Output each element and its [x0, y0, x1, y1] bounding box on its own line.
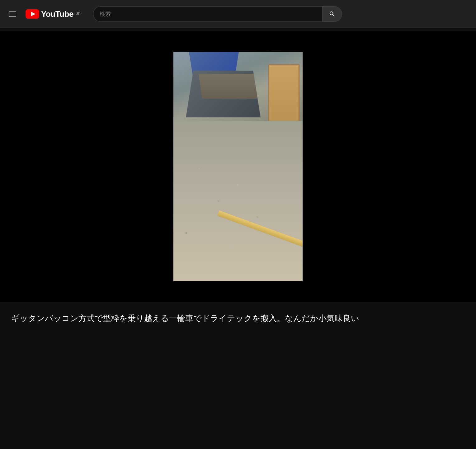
search-input[interactable]	[93, 6, 322, 22]
video-side-left	[0, 31, 174, 302]
video-image	[173, 52, 303, 281]
video-wrapper	[0, 31, 476, 302]
youtube-play-icon	[26, 9, 39, 19]
description-area: ギッタンバッコン方式で型枠を乗り越える一輪車でドライテックを搬入。なんだか小気味…	[0, 302, 476, 338]
search-icon	[329, 11, 336, 17]
wheelbarrow-contents	[195, 74, 264, 99]
video-player[interactable]	[0, 31, 476, 302]
youtube-wordmark: YouTube	[41, 9, 73, 19]
main-content: ギッタンバッコン方式で型枠を乗り越える一輪車でドライテックを搬入。なんだか小気味…	[0, 28, 476, 338]
hamburger-line	[9, 16, 16, 17]
youtube-region: JP	[76, 11, 81, 16]
video-side-right	[303, 31, 476, 302]
search-container	[93, 6, 342, 22]
hamburger-line	[9, 12, 16, 12]
wheelbarrow-body	[186, 71, 261, 117]
hamburger-menu-button[interactable]	[6, 8, 19, 20]
video-thumbnail	[173, 52, 303, 281]
header: YouTube JP	[0, 0, 476, 28]
description-text: ギッタンバッコン方式で型枠を乗り越える一輪車でドライテックを搬入。なんだか小気味…	[11, 311, 465, 325]
gravel-ground	[173, 121, 303, 281]
search-button[interactable]	[322, 6, 342, 22]
hamburger-line	[9, 14, 16, 14]
formwork	[268, 64, 299, 127]
youtube-logo[interactable]: YouTube JP	[26, 9, 81, 19]
